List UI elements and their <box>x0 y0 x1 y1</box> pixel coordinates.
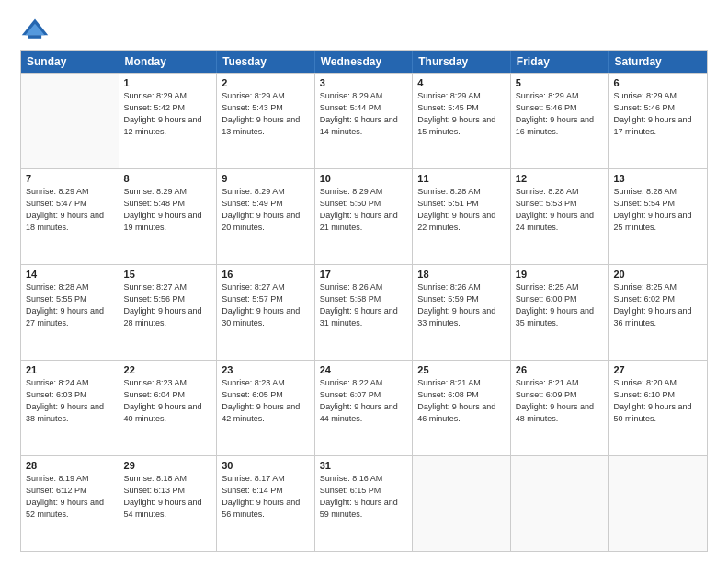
day-number: 13 <box>613 173 702 184</box>
calendar-day-13: 13Sunrise: 8:28 AMSunset: 5:54 PMDayligh… <box>609 169 707 264</box>
day-info: Sunrise: 8:17 AMSunset: 6:14 PMDaylight:… <box>222 474 300 519</box>
day-number: 16 <box>222 269 310 280</box>
day-info: Sunrise: 8:29 AMSunset: 5:44 PMDaylight:… <box>320 91 398 136</box>
calendar-day-30: 30Sunrise: 8:17 AMSunset: 6:14 PMDayligh… <box>217 456 315 551</box>
day-number: 23 <box>222 364 310 375</box>
calendar-day-31: 31Sunrise: 8:16 AMSunset: 6:15 PMDayligh… <box>315 456 414 551</box>
calendar-day-28: 28Sunrise: 8:19 AMSunset: 6:12 PMDayligh… <box>21 456 119 551</box>
calendar-day-1: 1Sunrise: 8:29 AMSunset: 5:42 PMDaylight… <box>119 74 218 168</box>
calendar-day-empty <box>511 456 609 551</box>
day-number: 10 <box>320 173 408 184</box>
day-info: Sunrise: 8:29 AMSunset: 5:46 PMDaylight:… <box>613 91 691 136</box>
day-info: Sunrise: 8:29 AMSunset: 5:43 PMDaylight:… <box>222 91 300 136</box>
day-info: Sunrise: 8:27 AMSunset: 5:56 PMDaylight:… <box>124 282 202 327</box>
day-number: 12 <box>516 173 604 184</box>
day-number: 29 <box>124 460 212 471</box>
calendar-body: 1Sunrise: 8:29 AMSunset: 5:42 PMDaylight… <box>21 73 707 551</box>
calendar-week-5: 28Sunrise: 8:19 AMSunset: 6:12 PMDayligh… <box>21 455 707 551</box>
day-info: Sunrise: 8:18 AMSunset: 6:13 PMDaylight:… <box>124 474 202 519</box>
day-info: Sunrise: 8:26 AMSunset: 5:59 PMDaylight:… <box>417 282 495 327</box>
day-info: Sunrise: 8:20 AMSunset: 6:10 PMDaylight:… <box>613 378 691 423</box>
day-number: 4 <box>417 77 506 88</box>
calendar-day-empty <box>21 74 119 168</box>
day-info: Sunrise: 8:23 AMSunset: 6:04 PMDaylight:… <box>124 378 202 423</box>
calendar-day-16: 16Sunrise: 8:27 AMSunset: 5:57 PMDayligh… <box>217 265 315 360</box>
header <box>20 17 708 42</box>
header-day-thursday: Thursday <box>413 51 511 73</box>
calendar-day-25: 25Sunrise: 8:21 AMSunset: 6:08 PMDayligh… <box>413 361 511 455</box>
day-info: Sunrise: 8:19 AMSunset: 6:12 PMDaylight:… <box>26 474 104 519</box>
day-info: Sunrise: 8:29 AMSunset: 5:48 PMDaylight:… <box>124 187 202 232</box>
day-number: 22 <box>124 364 212 375</box>
calendar-day-29: 29Sunrise: 8:18 AMSunset: 6:13 PMDayligh… <box>119 456 218 551</box>
calendar-day-4: 4Sunrise: 8:29 AMSunset: 5:45 PMDaylight… <box>413 74 511 168</box>
calendar-day-19: 19Sunrise: 8:25 AMSunset: 6:00 PMDayligh… <box>511 265 609 360</box>
calendar-day-7: 7Sunrise: 8:29 AMSunset: 5:47 PMDaylight… <box>21 169 119 264</box>
day-info: Sunrise: 8:25 AMSunset: 6:00 PMDaylight:… <box>516 282 594 327</box>
day-number: 6 <box>613 77 702 88</box>
header-day-monday: Monday <box>119 51 218 73</box>
calendar-day-14: 14Sunrise: 8:28 AMSunset: 5:55 PMDayligh… <box>21 265 119 360</box>
calendar-day-26: 26Sunrise: 8:21 AMSunset: 6:09 PMDayligh… <box>511 361 609 455</box>
calendar-header: SundayMondayTuesdayWednesdayThursdayFrid… <box>21 51 707 73</box>
day-number: 15 <box>124 269 212 280</box>
day-info: Sunrise: 8:29 AMSunset: 5:42 PMDaylight:… <box>124 91 202 136</box>
day-info: Sunrise: 8:27 AMSunset: 5:57 PMDaylight:… <box>222 282 300 327</box>
calendar-day-18: 18Sunrise: 8:26 AMSunset: 5:59 PMDayligh… <box>413 265 511 360</box>
day-number: 27 <box>613 364 702 375</box>
day-number: 28 <box>26 460 114 471</box>
calendar-day-11: 11Sunrise: 8:28 AMSunset: 5:51 PMDayligh… <box>413 169 511 264</box>
calendar-week-1: 1Sunrise: 8:29 AMSunset: 5:42 PMDaylight… <box>21 73 707 168</box>
calendar-day-empty <box>609 456 707 551</box>
day-number: 19 <box>516 269 604 280</box>
day-number: 31 <box>320 460 408 471</box>
day-info: Sunrise: 8:29 AMSunset: 5:46 PMDaylight:… <box>516 91 594 136</box>
day-info: Sunrise: 8:16 AMSunset: 6:15 PMDaylight:… <box>320 474 398 519</box>
day-info: Sunrise: 8:23 AMSunset: 6:05 PMDaylight:… <box>222 378 300 423</box>
day-number: 18 <box>417 269 506 280</box>
calendar-day-17: 17Sunrise: 8:26 AMSunset: 5:58 PMDayligh… <box>315 265 414 360</box>
calendar-day-5: 5Sunrise: 8:29 AMSunset: 5:46 PMDaylight… <box>511 74 609 168</box>
header-day-sunday: Sunday <box>21 51 119 73</box>
calendar-day-9: 9Sunrise: 8:29 AMSunset: 5:49 PMDaylight… <box>217 169 315 264</box>
day-info: Sunrise: 8:28 AMSunset: 5:54 PMDaylight:… <box>613 187 691 232</box>
calendar-week-3: 14Sunrise: 8:28 AMSunset: 5:55 PMDayligh… <box>21 264 707 360</box>
day-info: Sunrise: 8:29 AMSunset: 5:45 PMDaylight:… <box>417 91 495 136</box>
calendar-day-21: 21Sunrise: 8:24 AMSunset: 6:03 PMDayligh… <box>21 361 119 455</box>
day-info: Sunrise: 8:29 AMSunset: 5:49 PMDaylight:… <box>222 187 300 232</box>
calendar: SundayMondayTuesdayWednesdayThursdayFrid… <box>20 50 708 552</box>
day-number: 21 <box>26 364 114 375</box>
day-info: Sunrise: 8:25 AMSunset: 6:02 PMDaylight:… <box>613 282 691 327</box>
svg-rect-2 <box>28 35 41 39</box>
calendar-day-empty <box>413 456 511 551</box>
day-number: 17 <box>320 269 408 280</box>
day-info: Sunrise: 8:21 AMSunset: 6:08 PMDaylight:… <box>417 378 495 423</box>
calendar-day-24: 24Sunrise: 8:22 AMSunset: 6:07 PMDayligh… <box>315 361 414 455</box>
day-info: Sunrise: 8:24 AMSunset: 6:03 PMDaylight:… <box>26 378 104 423</box>
day-number: 24 <box>320 364 408 375</box>
day-number: 3 <box>320 77 408 88</box>
day-number: 1 <box>124 77 212 88</box>
day-info: Sunrise: 8:21 AMSunset: 6:09 PMDaylight:… <box>516 378 594 423</box>
day-number: 25 <box>417 364 506 375</box>
header-day-friday: Friday <box>511 51 609 73</box>
day-info: Sunrise: 8:28 AMSunset: 5:51 PMDaylight:… <box>417 187 495 232</box>
logo <box>20 17 53 42</box>
day-number: 2 <box>222 77 310 88</box>
calendar-day-20: 20Sunrise: 8:25 AMSunset: 6:02 PMDayligh… <box>609 265 707 360</box>
day-info: Sunrise: 8:29 AMSunset: 5:47 PMDaylight:… <box>26 187 104 232</box>
calendar-day-12: 12Sunrise: 8:28 AMSunset: 5:53 PMDayligh… <box>511 169 609 264</box>
day-number: 20 <box>613 269 702 280</box>
day-number: 5 <box>516 77 604 88</box>
day-info: Sunrise: 8:29 AMSunset: 5:50 PMDaylight:… <box>320 187 398 232</box>
day-info: Sunrise: 8:28 AMSunset: 5:53 PMDaylight:… <box>516 187 594 232</box>
calendar-day-6: 6Sunrise: 8:29 AMSunset: 5:46 PMDaylight… <box>609 74 707 168</box>
day-number: 7 <box>26 173 114 184</box>
calendar-day-10: 10Sunrise: 8:29 AMSunset: 5:50 PMDayligh… <box>315 169 414 264</box>
calendar-day-8: 8Sunrise: 8:29 AMSunset: 5:48 PMDaylight… <box>119 169 218 264</box>
day-number: 11 <box>417 173 506 184</box>
calendar-week-4: 21Sunrise: 8:24 AMSunset: 6:03 PMDayligh… <box>21 360 707 455</box>
calendar-day-22: 22Sunrise: 8:23 AMSunset: 6:04 PMDayligh… <box>119 361 218 455</box>
day-info: Sunrise: 8:28 AMSunset: 5:55 PMDaylight:… <box>26 282 104 327</box>
calendar-day-3: 3Sunrise: 8:29 AMSunset: 5:44 PMDaylight… <box>315 74 414 168</box>
